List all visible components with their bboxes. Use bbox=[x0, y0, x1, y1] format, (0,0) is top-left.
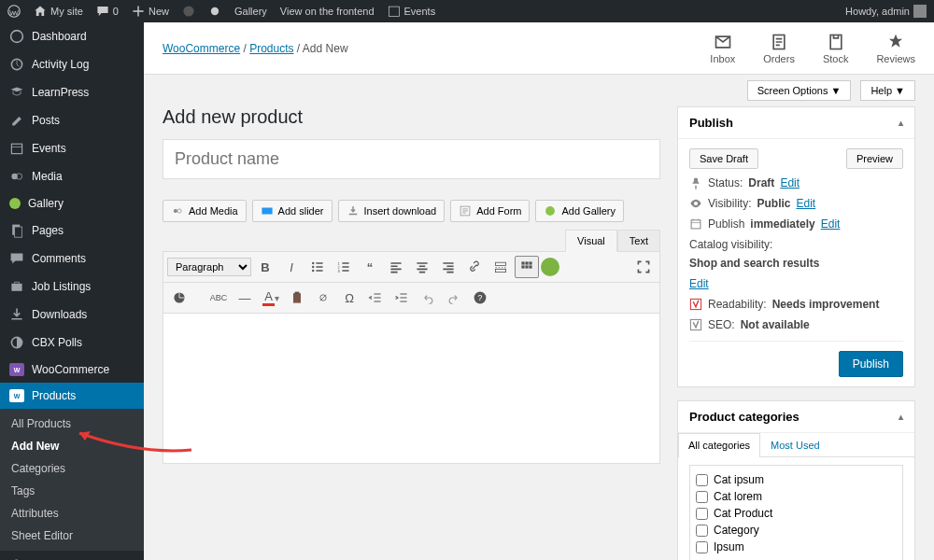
shortcode-icon[interactable] bbox=[541, 258, 559, 276]
outdent-icon[interactable] bbox=[363, 287, 388, 309]
sidebar-item-gallery[interactable]: Gallery bbox=[0, 190, 144, 217]
bullet-list-icon[interactable] bbox=[305, 256, 330, 278]
publish-box: Publish▴ Save Draft Preview Status: Draf… bbox=[677, 106, 915, 387]
specialchar-icon[interactable]: Ω bbox=[337, 287, 361, 309]
sidebar-item-polls[interactable]: CBX Polls bbox=[0, 329, 144, 357]
edit-schedule-link[interactable]: Edit bbox=[821, 217, 841, 231]
crumb-products[interactable]: Products bbox=[249, 42, 293, 55]
sidebar-item-pages[interactable]: Pages bbox=[0, 217, 144, 245]
sidebar-item-media[interactable]: Media bbox=[0, 162, 144, 190]
screen-options-button[interactable]: Screen Options ▼ bbox=[747, 80, 852, 101]
sidebar-item-dashboard[interactable]: Dashboard bbox=[0, 22, 144, 50]
save-draft-button[interactable]: Save Draft bbox=[689, 148, 758, 169]
tab-all-categories[interactable]: All categories bbox=[678, 433, 760, 457]
product-name-input[interactable] bbox=[163, 139, 660, 179]
yoast-seo-icon bbox=[689, 318, 702, 331]
category-item[interactable]: Category bbox=[696, 522, 897, 539]
category-checkbox[interactable] bbox=[696, 491, 708, 503]
sidebar-item-events[interactable]: Events bbox=[0, 134, 144, 162]
format-select[interactable]: Paragraph bbox=[167, 258, 251, 276]
category-checkbox[interactable] bbox=[696, 508, 708, 520]
add-media-button[interactable]: Add Media bbox=[163, 200, 247, 222]
edit-visibility-link[interactable]: Edit bbox=[796, 197, 815, 210]
submenu-all-products[interactable]: All Products bbox=[0, 413, 144, 435]
clear-icon[interactable] bbox=[311, 287, 335, 309]
category-item[interactable]: Cat Product bbox=[696, 505, 897, 522]
category-item[interactable]: Cat ipsum bbox=[696, 471, 897, 488]
topicon-stock[interactable]: Stock bbox=[823, 33, 849, 64]
events-link[interactable]: Events bbox=[388, 5, 436, 18]
category-checkbox[interactable] bbox=[696, 541, 708, 553]
bold-icon[interactable]: B bbox=[253, 256, 277, 278]
sidebar-item-activity[interactable]: Activity Log bbox=[0, 50, 144, 78]
topicon-reviews[interactable]: Reviews bbox=[876, 33, 915, 64]
add-slider-button[interactable]: Add slider bbox=[252, 200, 333, 222]
help-button[interactable]: Help ▼ bbox=[860, 80, 915, 101]
italic-icon[interactable]: I bbox=[279, 256, 304, 278]
submenu-sheet-editor[interactable]: Sheet Editor bbox=[0, 525, 144, 547]
category-item[interactable]: Cat lorem bbox=[696, 488, 897, 505]
preview-button[interactable]: Preview bbox=[846, 148, 903, 169]
topicon-orders[interactable]: Orders bbox=[763, 33, 795, 64]
editor-body[interactable] bbox=[163, 314, 659, 463]
submenu-attributes[interactable]: Attributes bbox=[0, 502, 144, 525]
align-left-icon[interactable] bbox=[384, 256, 408, 278]
hr-icon[interactable]: — bbox=[233, 287, 257, 309]
align-right-icon[interactable] bbox=[436, 256, 460, 278]
publish-button[interactable]: Publish bbox=[839, 351, 903, 377]
category-item[interactable]: Ipsum bbox=[696, 539, 897, 555]
number-list-icon[interactable]: 123 bbox=[332, 256, 356, 278]
redo-icon[interactable] bbox=[442, 287, 466, 309]
insert-download-button[interactable]: Insert download bbox=[338, 200, 446, 222]
woo-icon: W bbox=[9, 389, 24, 402]
new-link[interactable]: New bbox=[132, 5, 169, 18]
textcolor-icon[interactable]: A▾ bbox=[259, 287, 283, 309]
link-icon[interactable] bbox=[462, 256, 487, 278]
align-center-icon[interactable] bbox=[410, 256, 434, 278]
submenu-tags[interactable]: Tags bbox=[0, 480, 144, 502]
sidebar-item-woocommerce[interactable]: WWooCommerce bbox=[0, 357, 144, 383]
tab-text[interactable]: Text bbox=[617, 230, 660, 251]
frontend-link[interactable]: View on the frontend bbox=[280, 6, 375, 17]
edit-catalog-link[interactable]: Edit bbox=[689, 277, 709, 290]
toolbar-toggle-icon[interactable] bbox=[515, 256, 539, 278]
submenu-categories[interactable]: Categories bbox=[0, 457, 144, 480]
svg-point-1 bbox=[183, 6, 193, 16]
sidebar-item-analytics[interactable]: Analytics bbox=[0, 551, 144, 560]
topicon-inbox[interactable]: Inbox bbox=[710, 33, 735, 64]
comments-link[interactable]: 0 bbox=[96, 5, 119, 18]
quote-icon[interactable]: “ bbox=[358, 256, 382, 278]
help-icon[interactable]: ? bbox=[468, 287, 492, 309]
sidebar-item-comments[interactable]: Comments bbox=[0, 245, 144, 273]
tab-visual[interactable]: Visual bbox=[565, 230, 617, 252]
sidebar-item-posts[interactable]: Posts bbox=[0, 106, 144, 134]
category-checkbox[interactable] bbox=[696, 525, 708, 537]
sidebar-item-products[interactable]: WProducts bbox=[0, 383, 144, 409]
category-list[interactable]: Cat ipsum Cat lorem Cat Product Category… bbox=[689, 465, 903, 560]
publish-box-header[interactable]: Publish▴ bbox=[678, 107, 914, 139]
gallery-link[interactable]: Gallery bbox=[234, 6, 267, 17]
sidebar-item-jobs[interactable]: Job Listings bbox=[0, 273, 144, 301]
tab-most-used[interactable]: Most Used bbox=[760, 433, 830, 456]
add-form-button[interactable]: Add Form bbox=[450, 200, 530, 222]
categories-box-header[interactable]: Product categories▴ bbox=[678, 401, 914, 433]
pie-icon[interactable] bbox=[167, 287, 191, 309]
add-gallery-button[interactable]: Add Gallery bbox=[535, 200, 623, 222]
paste-icon[interactable] bbox=[285, 287, 309, 309]
wp-logo[interactable] bbox=[7, 5, 21, 18]
category-checkbox[interactable] bbox=[696, 474, 708, 486]
fullscreen-icon[interactable] bbox=[631, 256, 656, 278]
sidebar-item-learnpress[interactable]: LearnPress bbox=[0, 78, 144, 106]
site-link[interactable]: My site bbox=[34, 5, 83, 18]
howdy-link[interactable]: Howdy, admin bbox=[845, 5, 927, 18]
indent-icon[interactable] bbox=[389, 287, 414, 309]
undo-icon[interactable] bbox=[416, 287, 440, 309]
readmore-icon[interactable] bbox=[488, 256, 513, 278]
edit-status-link[interactable]: Edit bbox=[780, 176, 800, 189]
strike-icon[interactable]: ABC bbox=[206, 287, 231, 309]
bar-dot-icon[interactable] bbox=[208, 5, 221, 18]
sidebar-item-downloads[interactable]: Downloads bbox=[0, 301, 144, 329]
submenu-add-new[interactable]: Add New bbox=[0, 435, 144, 457]
crumb-woocommerce[interactable]: WooCommerce bbox=[163, 42, 240, 55]
yoast-bar-icon[interactable] bbox=[182, 5, 195, 18]
